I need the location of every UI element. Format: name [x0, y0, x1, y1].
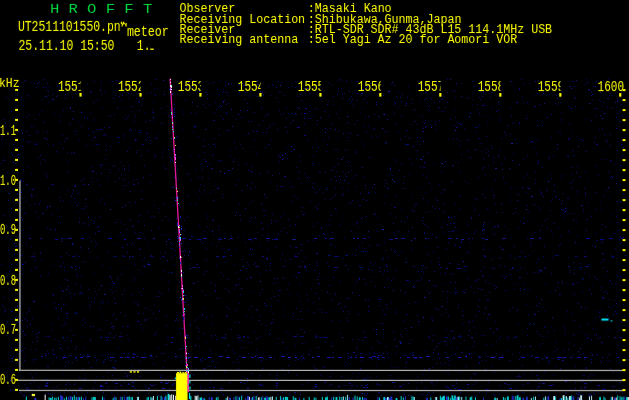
svg-text:UT2511101550.png: UT2511101550.png — [18, 19, 128, 35]
svg-text:1.1: 1.1 — [0, 123, 16, 139]
svg-text:0.9: 0.9 — [0, 222, 16, 238]
svg-text:25.11.10 15:50: 25.11.10 15:50 — [19, 38, 115, 54]
svg-text:H R O F F T: H R O F F T — [50, 2, 153, 17]
svg-text:1554: 1554 — [238, 79, 264, 95]
svg-text:1552: 1552 — [118, 79, 144, 95]
svg-text:1555: 1555 — [298, 79, 324, 95]
svg-text:1556: 1556 — [358, 79, 384, 95]
svg-text:0.6: 0.6 — [0, 372, 16, 388]
svg-text:1558: 1558 — [478, 79, 504, 95]
svg-text:Receiving antenna: Receiving antenna — [180, 33, 299, 47]
svg-text:kHz: kHz — [0, 76, 20, 90]
svg-text:1.0: 1.0 — [0, 173, 16, 189]
svg-text:0.7: 0.7 — [0, 322, 16, 338]
svg-text:1557: 1557 — [418, 79, 444, 95]
svg-text:0.8: 0.8 — [0, 273, 16, 289]
svg-text:1559: 1559 — [538, 79, 564, 95]
svg-text:1.: 1. — [137, 38, 151, 54]
svg-text:1600: 1600 — [598, 79, 624, 95]
svg-text:1551: 1551 — [58, 79, 84, 95]
svg-text::5el Yagi Az 20 for Aomori VOR: :5el Yagi Az 20 for Aomori VOR — [308, 33, 518, 47]
svg-text:1553: 1553 — [178, 79, 204, 95]
